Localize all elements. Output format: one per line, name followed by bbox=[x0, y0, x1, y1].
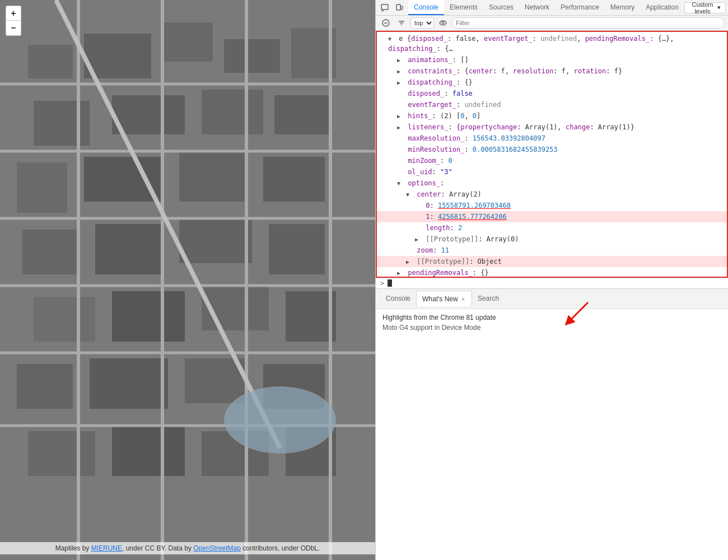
svg-point-41 bbox=[224, 386, 336, 454]
eye-button[interactable] bbox=[436, 16, 450, 30]
expand-arrow[interactable] bbox=[397, 67, 403, 73]
console-line-constraints[interactable]: constraints_: {center: f, resolution: f,… bbox=[377, 66, 727, 77]
filter-input[interactable] bbox=[452, 17, 725, 29]
bottom-tab-console[interactable]: Console bbox=[380, 291, 416, 306]
filter-button[interactable] bbox=[395, 16, 408, 30]
console-line-animations[interactable]: animations_: [] bbox=[377, 54, 727, 66]
svg-rect-10 bbox=[17, 162, 67, 213]
console-output: e {disposed_: false, eventTarget_: undef… bbox=[376, 31, 728, 278]
devtools-topbar: Console Elements Sources Network Perform… bbox=[376, 0, 728, 16]
expand-arrow[interactable] bbox=[406, 190, 412, 196]
svg-line-43 bbox=[381, 10, 384, 11]
console-line-hints[interactable]: hints_: (2) [0, 0] bbox=[377, 110, 727, 122]
svg-rect-8 bbox=[202, 90, 263, 134]
console-line-minresolution[interactable]: minResolution_: 0.0005831682455839253 bbox=[377, 144, 727, 155]
zoom-in-button[interactable]: + bbox=[6, 6, 21, 21]
expand-arrow[interactable] bbox=[406, 258, 412, 263]
chevron-down-icon: ▾ bbox=[717, 4, 721, 11]
devtools-tabs: Console Elements Sources Network Perform… bbox=[408, 0, 684, 15]
tab-console[interactable]: Console bbox=[408, 0, 444, 15]
console-line-center-0[interactable]: 0: 15558791.269703468 bbox=[377, 200, 727, 211]
svg-rect-3 bbox=[162, 22, 213, 62]
svg-rect-16 bbox=[179, 218, 252, 263]
console-line-center-length[interactable]: length: 2 bbox=[377, 222, 727, 234]
console-line-maxresolution[interactable]: maxResolution_: 156543.03392804097 bbox=[377, 133, 727, 144]
console-line-zoom[interactable]: zoom: 11 bbox=[377, 245, 727, 256]
console-line-center-proto[interactable]: [[Prototype]]: Array(0) bbox=[377, 234, 727, 245]
map-svg bbox=[0, 0, 375, 560]
svg-rect-45 bbox=[401, 6, 403, 10]
bottom-content-whatsnew: Highlights from the Chrome 81 update Mot… bbox=[376, 309, 728, 561]
expand-arrow[interactable] bbox=[397, 78, 403, 84]
svg-rect-26 bbox=[28, 431, 95, 476]
console-line-pendingremovals[interactable]: pendingRemovals_: {} bbox=[377, 267, 727, 278]
tab-performance[interactable]: Performance bbox=[555, 0, 605, 15]
osm-link[interactable]: OpenStreetMap bbox=[193, 544, 241, 552]
clear-console-button[interactable] bbox=[379, 16, 393, 30]
svg-rect-9 bbox=[274, 95, 330, 134]
svg-rect-22 bbox=[17, 364, 73, 409]
svg-rect-7 bbox=[112, 95, 185, 134]
bottom-tab-whatsnew[interactable]: What's New × bbox=[416, 291, 472, 306]
bottom-tab-search[interactable]: Search bbox=[472, 291, 505, 306]
map-background bbox=[0, 0, 375, 560]
svg-rect-11 bbox=[84, 157, 162, 202]
console-cursor bbox=[388, 279, 392, 287]
custom-levels-button[interactable]: Custom levels ▾ bbox=[684, 2, 726, 13]
console-line-options-proto[interactable]: [[Prototype]]: Object bbox=[377, 256, 727, 267]
console-prompt-symbol: > bbox=[380, 279, 384, 287]
tab-sources[interactable]: Sources bbox=[483, 0, 519, 15]
console-line-eventtarget[interactable]: eventTarget_: undefined bbox=[377, 99, 727, 110]
svg-rect-13 bbox=[263, 157, 325, 202]
map-zoom-controls[interactable]: + − bbox=[6, 6, 21, 36]
console-line-disposed[interactable]: disposed_: false bbox=[377, 88, 727, 99]
zoom-out-button[interactable]: − bbox=[6, 21, 21, 35]
svg-rect-19 bbox=[112, 291, 185, 342]
console-line-minzoom[interactable]: minZoom_: 0 bbox=[377, 155, 727, 166]
whats-new-title: Highlights from the Chrome 81 update bbox=[382, 314, 721, 321]
svg-rect-12 bbox=[179, 151, 246, 202]
close-whatsnew-button[interactable]: × bbox=[460, 296, 466, 302]
inspect-element-button[interactable] bbox=[378, 1, 391, 15]
console-input-area[interactable]: > bbox=[376, 278, 728, 288]
svg-rect-1 bbox=[28, 45, 73, 78]
context-select[interactable]: top bbox=[410, 17, 434, 29]
console-line-root[interactable]: e {disposed_: false, eventTarget_: undef… bbox=[377, 33, 727, 54]
expand-arrow[interactable] bbox=[415, 235, 421, 241]
whats-new-subtitle: Moto G4 support in Device Mode bbox=[382, 324, 721, 332]
tab-network[interactable]: Network bbox=[519, 0, 555, 15]
svg-rect-15 bbox=[95, 224, 162, 274]
expand-arrow[interactable] bbox=[397, 179, 403, 185]
expand-arrow[interactable] bbox=[388, 35, 394, 40]
device-toolbar-button[interactable] bbox=[393, 1, 406, 15]
tab-elements[interactable]: Elements bbox=[444, 0, 483, 15]
map-attribution: Maptiles by MIERUNE, under CC BY. Data b… bbox=[0, 542, 375, 554]
devtools-left-icons bbox=[378, 1, 406, 15]
svg-rect-42 bbox=[381, 4, 388, 10]
devtools-panel: Console Elements Sources Network Perform… bbox=[375, 0, 728, 560]
expand-arrow[interactable] bbox=[397, 269, 403, 274]
expand-arrow[interactable] bbox=[397, 56, 403, 62]
console-line-dispatching[interactable]: dispatching_: {} bbox=[377, 77, 727, 88]
svg-point-51 bbox=[442, 22, 444, 24]
map-area: + − Maptiles by MIERUNE, under CC BY. Da… bbox=[0, 0, 375, 560]
console-line-oluid[interactable]: ol_uid: "3" bbox=[377, 166, 727, 178]
mierune-link[interactable]: MIERUNE bbox=[91, 544, 122, 552]
console-line-listeners[interactable]: listeners_: {propertychange: Array(1), c… bbox=[377, 122, 727, 133]
svg-rect-27 bbox=[112, 426, 185, 476]
svg-rect-14 bbox=[22, 230, 78, 274]
expand-arrow[interactable] bbox=[397, 112, 403, 118]
bottom-tabs: Console What's New × Search bbox=[376, 288, 728, 309]
svg-rect-21 bbox=[286, 291, 336, 342]
console-line-center-1[interactable]: 1: 4256815.777264206 bbox=[377, 211, 727, 222]
svg-rect-44 bbox=[396, 4, 400, 10]
console-toolbar: top bbox=[376, 16, 728, 31]
svg-rect-18 bbox=[34, 297, 95, 342]
expand-arrow[interactable] bbox=[397, 123, 403, 129]
console-line-center[interactable]: center: Array(2) bbox=[377, 189, 727, 200]
tab-application[interactable]: Application bbox=[640, 0, 684, 15]
tab-memory[interactable]: Memory bbox=[605, 0, 640, 15]
svg-rect-17 bbox=[269, 224, 325, 274]
console-line-options[interactable]: options_: bbox=[377, 178, 727, 189]
svg-rect-23 bbox=[90, 358, 168, 409]
